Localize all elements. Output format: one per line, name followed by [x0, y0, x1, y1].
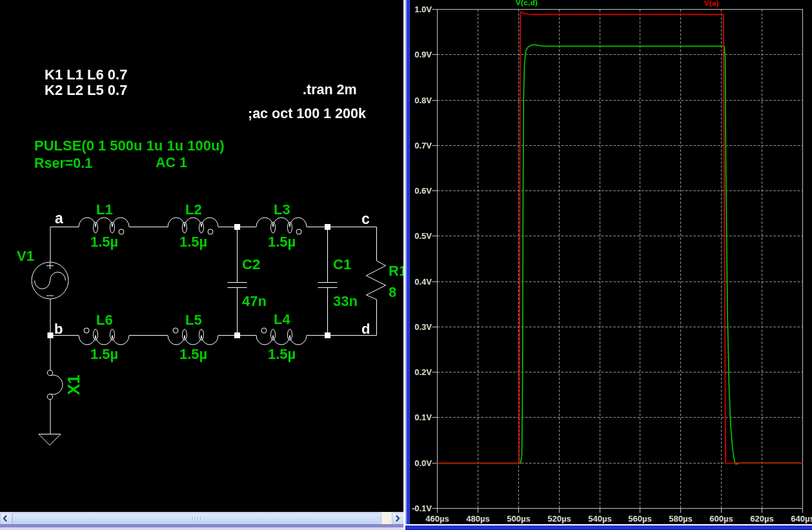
- svg-text:0.1V: 0.1V: [414, 413, 432, 422]
- svg-text:0.8V: 0.8V: [414, 96, 432, 105]
- svg-text:-0.1V: -0.1V: [412, 504, 432, 513]
- svg-text:0.0V: 0.0V: [414, 458, 432, 468]
- svg-text:460µs: 460µs: [425, 514, 449, 524]
- svg-text:520µs: 520µs: [547, 514, 571, 524]
- svg-text:620µs: 620µs: [750, 514, 773, 524]
- svg-text:0.9V: 0.9V: [414, 50, 432, 59]
- svg-text:640µs: 640µs: [791, 514, 812, 524]
- svg-text:500µs: 500µs: [507, 514, 530, 524]
- svg-text:480µs: 480µs: [466, 514, 489, 524]
- svg-text:580µs: 580µs: [669, 514, 692, 524]
- svg-text:600µs: 600µs: [709, 514, 733, 524]
- svg-text:0.4V: 0.4V: [414, 277, 432, 287]
- svg-text:0.2V: 0.2V: [414, 367, 432, 377]
- svg-text:0.3V: 0.3V: [414, 322, 432, 332]
- svg-text:1.0V: 1.0V: [414, 5, 432, 14]
- svg-text:0.7V: 0.7V: [414, 141, 432, 150]
- svg-text:560µs: 560µs: [628, 514, 651, 524]
- svg-text:V(a): V(a): [704, 0, 719, 7]
- svg-text:V(c,d): V(c,d): [516, 0, 538, 6]
- svg-text:540µs: 540µs: [588, 514, 611, 524]
- svg-text:0.5V: 0.5V: [414, 231, 432, 241]
- svg-text:0.6V: 0.6V: [414, 186, 432, 196]
